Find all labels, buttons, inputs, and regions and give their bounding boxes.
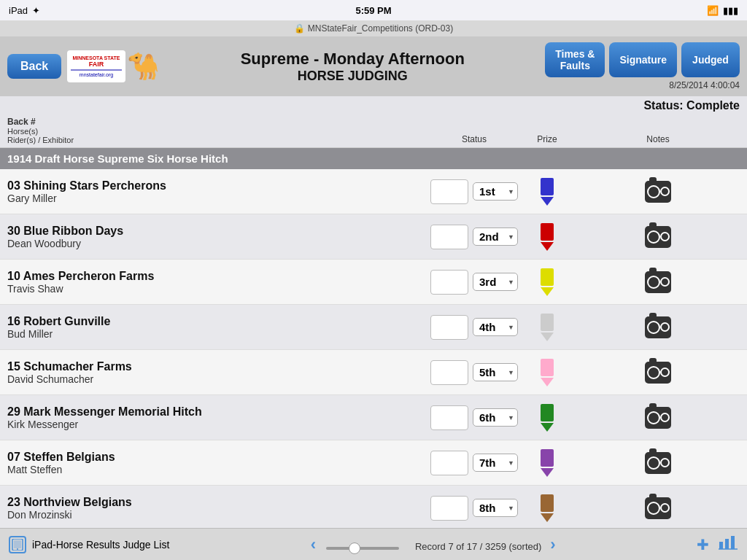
mn-state-fair-logo: MINNESOTA STATE FAIR mnstatefair.org xyxy=(67,50,125,82)
lock-icon: 🔒 xyxy=(294,23,305,34)
svg-marker-8 xyxy=(541,242,554,251)
entry-info: 23 Northview Belgians Don Mrozinski xyxy=(7,496,430,521)
entry-status: 8th ▼ xyxy=(430,496,518,521)
place-dropdown[interactable]: 6th ▼ xyxy=(473,408,518,427)
camera-lens-icon xyxy=(660,322,670,332)
entry-status: 4th ▼ xyxy=(430,315,518,340)
status-input[interactable] xyxy=(430,315,468,340)
place-dropdown[interactable]: 1st ▼ xyxy=(473,182,518,201)
status-input[interactable] xyxy=(430,451,468,475)
place-dropdown[interactable]: 7th ▼ xyxy=(473,454,518,472)
entry-exhibitor: David Schumacher xyxy=(7,373,430,385)
camera-button[interactable] xyxy=(645,407,671,429)
camera-bump xyxy=(649,494,657,498)
entry-notes xyxy=(576,362,740,384)
times-faults-button[interactable]: Times &Faults xyxy=(545,42,605,77)
bottom-list-label: iPad-Horse Results Judge List xyxy=(32,539,169,551)
entry-status: 5th ▼ xyxy=(430,360,518,385)
bottom-left: iPad-Horse Results Judge List xyxy=(9,536,169,553)
status-input[interactable] xyxy=(430,496,468,521)
entry-exhibitor: Matt Steffen xyxy=(7,464,430,475)
svg-rect-19 xyxy=(541,494,554,512)
entry-prize xyxy=(518,494,576,522)
status-input[interactable] xyxy=(430,179,468,204)
camera-button[interactable] xyxy=(645,226,671,248)
lock-bar-text: MNStateFair_Competitions (ORD-03) xyxy=(308,23,453,34)
battery-icon: ▮▮▮ xyxy=(723,5,738,16)
place-dropdown[interactable]: 5th ▼ xyxy=(473,363,518,381)
svg-rect-24 xyxy=(719,542,723,549)
place-dropdown[interactable]: 2nd ▼ xyxy=(473,228,518,246)
ipad-indicator xyxy=(9,536,26,553)
place-value: 4th xyxy=(479,321,506,333)
status-text: Status: Complete xyxy=(643,99,740,112)
status-input[interactable] xyxy=(430,270,468,295)
camera-button[interactable] xyxy=(645,362,671,384)
entry-info: 16 Robert Gunville Bud Miller xyxy=(7,315,430,340)
dropdown-arrow-icon: ▼ xyxy=(508,369,514,376)
back-button[interactable]: Back xyxy=(7,54,61,79)
title-main: Supreme - Monday Afternoon xyxy=(160,50,545,69)
ribbon-icon xyxy=(539,178,555,206)
svg-rect-13 xyxy=(541,359,554,376)
entry-notes xyxy=(576,316,740,338)
camera-lens-icon xyxy=(660,232,670,241)
entry-prize xyxy=(518,223,576,251)
add-button[interactable]: ✚ xyxy=(697,536,709,553)
camera-lens-icon xyxy=(660,413,670,422)
page-slider[interactable] xyxy=(326,547,399,550)
status-input[interactable] xyxy=(430,405,468,430)
table-row: 03 Shining Stars Percherons Gary Miller … xyxy=(0,169,747,214)
place-dropdown[interactable]: 4th ▼ xyxy=(473,318,518,336)
entry-name: 15 Schumacher Farms xyxy=(7,360,430,373)
dropdown-arrow-icon: ▼ xyxy=(508,459,514,467)
judged-button[interactable]: Judged xyxy=(681,42,740,77)
tablet-icon xyxy=(12,539,23,551)
entry-name: 30 Blue Ribbon Days xyxy=(7,225,430,238)
place-value: 8th xyxy=(479,502,506,514)
entry-status: 6th ▼ xyxy=(430,405,518,430)
camera-bump xyxy=(649,313,657,317)
camera-lens-icon xyxy=(660,277,670,287)
next-button[interactable]: › xyxy=(550,535,555,553)
chart-button[interactable] xyxy=(718,534,738,554)
place-dropdown[interactable]: 8th ▼ xyxy=(473,499,518,517)
entry-notes xyxy=(576,407,740,429)
ipad-label: iPad xyxy=(9,5,28,16)
entry-info: 30 Blue Ribbon Days Dean Woodbury xyxy=(7,225,430,249)
camera-lens-icon xyxy=(660,368,670,377)
camera-button[interactable] xyxy=(645,497,671,519)
table-row: 10 Ames Percheron Farms Travis Shaw 3rd … xyxy=(0,260,747,305)
status-bar-right: 📶 ▮▮▮ xyxy=(707,5,738,16)
bottom-center: ‹ Record 7 of 17 / 3259 (sorted) › xyxy=(169,535,697,554)
svg-rect-26 xyxy=(731,536,735,549)
signature-button[interactable]: Signature xyxy=(609,42,677,77)
svg-rect-7 xyxy=(541,223,554,241)
svg-marker-20 xyxy=(541,513,554,522)
camera-bump xyxy=(649,222,657,227)
entry-prize xyxy=(518,449,576,477)
title-sub: HORSE JUDGING xyxy=(160,69,545,84)
camera-button[interactable] xyxy=(645,452,671,474)
prev-button[interactable]: ‹ xyxy=(311,535,316,553)
camera-bump xyxy=(649,358,657,362)
status-bar-time: 5:59 PM xyxy=(355,5,391,16)
place-value: 3rd xyxy=(479,276,506,288)
camera-button[interactable] xyxy=(645,181,671,203)
wifi-icon: ✦ xyxy=(32,5,40,16)
entry-status: 7th ▼ xyxy=(430,451,518,475)
status-input[interactable] xyxy=(430,225,468,249)
entry-name: 16 Robert Gunville xyxy=(7,315,430,328)
bottom-bar: iPad-Horse Results Judge List ‹ Record 7… xyxy=(0,528,747,560)
svg-rect-15 xyxy=(541,404,554,421)
dropdown-arrow-icon: ▼ xyxy=(508,505,514,512)
entry-info: 15 Schumacher Farms David Schumacher xyxy=(7,360,430,385)
camera-button[interactable] xyxy=(645,271,671,293)
entry-notes xyxy=(576,226,740,248)
svg-rect-17 xyxy=(541,449,554,467)
camera-button[interactable] xyxy=(645,316,671,338)
svg-marker-12 xyxy=(541,332,554,341)
column-headers: Back # Horse(s) Rider(s) / Exhibitor Sta… xyxy=(0,115,747,148)
status-input[interactable] xyxy=(430,360,468,385)
place-dropdown[interactable]: 3rd ▼ xyxy=(473,273,518,291)
